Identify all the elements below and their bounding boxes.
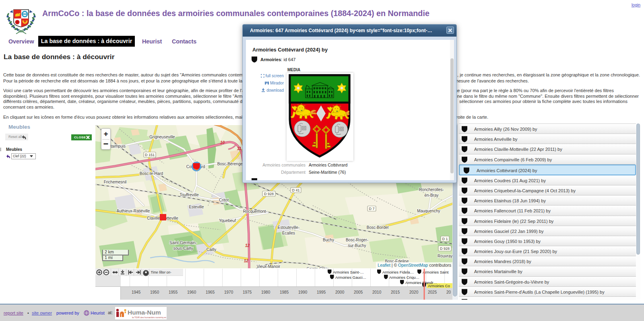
svg-text:Estouteville-: Estouteville-	[278, 225, 299, 230]
svg-text:Vieux-Manoir: Vieux-Manoir	[257, 264, 281, 268]
svg-text:Armoiries Co: Armoiries Co	[428, 284, 450, 288]
svg-text:D 928: D 928	[440, 247, 450, 251]
svg-text:Frichemesnil: Frichemesnil	[104, 180, 127, 184]
svg-text:D 41: D 41	[292, 188, 299, 192]
svg-text:Roncherolles-: Roncherolles-	[419, 187, 444, 192]
svg-text:Critot: Critot	[219, 198, 229, 202]
svg-text:12: 12	[244, 259, 249, 263]
svg-text:Armoiries Criqu…: Armoiries Criqu…	[389, 275, 419, 280]
svg-text:Bosc-Bérenger: Bosc-Bérenger	[217, 162, 244, 166]
svg-text:Écalles: Écalles	[282, 230, 295, 235]
svg-text:en-Bray: en-Bray	[424, 193, 438, 198]
svg-text:Touffreville: Touffreville	[180, 193, 199, 197]
svg-text:Armoiries Gauci…: Armoiries Gauci…	[335, 275, 366, 280]
svg-text:D 928: D 928	[264, 192, 274, 196]
svg-text:Bosc-Roger-: Bosc-Roger-	[346, 238, 368, 242]
svg-text:Armoiries Saint-…: Armoiries Saint-…	[333, 270, 364, 274]
svg-text:Bosc-le-Hard: Bosc-le-Hard	[140, 171, 163, 176]
svg-text:10: 10	[220, 140, 225, 145]
svg-text:Cailly: Cailly	[206, 247, 216, 252]
svg-text:Armoiries Fidela…: Armoiries Fidela…	[382, 270, 414, 274]
svg-text:Yquebeuf: Yquebeuf	[219, 218, 236, 223]
svg-text:Grigneuseville: Grigneuseville	[149, 135, 175, 139]
svg-text:Rouvray-C: Rouvray-C	[438, 254, 453, 258]
svg-text:12: 12	[245, 243, 250, 248]
svg-text:Rocquemont: Rocquemont	[243, 209, 266, 214]
svg-text:11: 11	[237, 146, 242, 151]
svg-text:Mauquenchy: Mauquenchy	[417, 209, 440, 213]
svg-text:Bosc-Bordel: Bosc-Bordel	[367, 225, 388, 230]
svg-text:D 7: D 7	[369, 207, 374, 211]
svg-text:Authieux-Ratiéville: Authieux-Ratiéville	[117, 209, 150, 213]
svg-text:Armoiries Saint: Armoiries Saint	[423, 270, 449, 274]
svg-text:Saint-Germain-: Saint-Germain-	[169, 241, 197, 245]
svg-text:D 151: D 151	[145, 153, 155, 157]
svg-text:Buchy: Buchy	[323, 238, 334, 242]
svg-text:sous-Cailly: sous-Cailly	[173, 246, 193, 251]
svg-text:D 1: D 1	[442, 237, 448, 241]
svg-text:Esteville: Esteville	[189, 205, 204, 209]
svg-text:sur-Buchy: sur-Buchy	[348, 243, 366, 248]
